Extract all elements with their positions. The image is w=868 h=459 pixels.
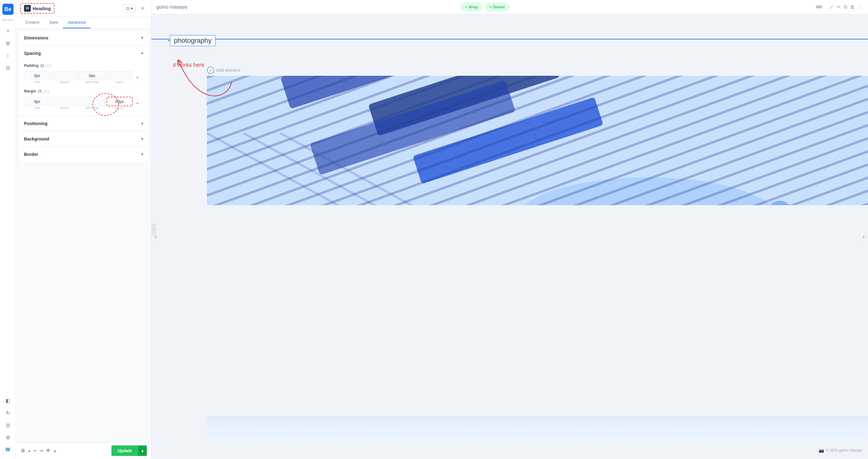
margin-right-input[interactable] xyxy=(52,97,78,106)
padding-icon-3[interactable]: □ xyxy=(49,63,51,68)
margin-right-wrap: RIGHT xyxy=(52,97,78,110)
background-header[interactable]: Background ▾ xyxy=(19,132,148,146)
edit-icon[interactable]: ✏ xyxy=(837,4,841,10)
tab-advanced[interactable]: Advanced xyxy=(63,17,91,28)
dimensions-label: Dimensions xyxy=(24,35,48,40)
padding-label: Padding ⊟ □ □ xyxy=(24,63,143,68)
element-badge[interactable]: H Heading xyxy=(20,3,55,13)
spacing-chevron: ▾ xyxy=(141,51,143,55)
border-section: Border ▾ xyxy=(19,148,148,161)
margin-icon-1[interactable]: ⊟ xyxy=(38,89,41,94)
margin-icon-2[interactable]: □ xyxy=(42,89,45,94)
tab-style[interactable]: Style xyxy=(44,17,63,28)
svg-rect-2 xyxy=(207,76,868,205)
padding-right-label: RIGHT xyxy=(60,81,69,84)
h-icon: H xyxy=(24,5,31,12)
padding-left-input[interactable] xyxy=(106,71,133,80)
padding-icon-2[interactable]: □ xyxy=(45,63,48,68)
sidebar-refresh-icon[interactable]: ↻ xyxy=(2,407,13,418)
sidebar-sliders-icon[interactable]: ⊟ xyxy=(2,420,13,431)
padding-bottom-input[interactable] xyxy=(79,71,105,80)
device-up-icon[interactable]: ▲ xyxy=(28,449,31,453)
margin-top-input[interactable] xyxy=(24,97,50,106)
it-works-annotation: it works here xyxy=(173,62,205,68)
wrap-plus-icon: + xyxy=(465,5,467,9)
sidebar-layout-icon[interactable]: ⊞ xyxy=(2,37,13,49)
padding-top-wrap: TOP xyxy=(24,71,50,84)
sidebar-preview-icon[interactable]: ⊟ xyxy=(2,62,13,73)
margin-bottom-wrap: BOTTOM xyxy=(79,97,105,110)
desktop-icon[interactable]: 🖥 xyxy=(20,448,25,454)
margin-icon-3[interactable]: □ xyxy=(46,89,49,94)
dimensions-header[interactable]: Dimensions ▾ xyxy=(19,31,148,45)
update-arrow-button[interactable]: ▲ xyxy=(138,446,147,456)
padding-top-input[interactable] xyxy=(24,71,50,80)
sidebar-layers-icon[interactable]: ◧ xyxy=(2,395,13,406)
positioning-header[interactable]: Positioning ▾ xyxy=(19,117,148,130)
sidebar-settings-icon[interactable]: ⚙ xyxy=(2,432,13,443)
divider-button[interactable]: + Divider xyxy=(485,2,509,11)
margin-left-input[interactable] xyxy=(106,97,133,106)
update-button-group: Update ▲ xyxy=(112,446,147,456)
bottom-gradient xyxy=(207,416,868,440)
selection-line-top xyxy=(151,39,868,39)
photography-heading-area: photography xyxy=(170,35,215,46)
margin-inputs: TOP RIGHT BOTTOM LEFT ⚭ xyxy=(24,97,143,110)
nav-arrow-right[interactable]: › xyxy=(863,232,865,241)
sidebar-arrows-icon[interactable]: ↕ xyxy=(2,50,13,61)
duplicate-button[interactable]: ⊡ ▾ xyxy=(123,5,136,12)
photography-label[interactable]: photography xyxy=(170,35,215,46)
redo-button[interactable]: ↪ xyxy=(40,448,43,453)
positioning-section: Positioning ▾ xyxy=(19,117,148,130)
copy-icon[interactable]: ⧉ xyxy=(844,4,847,10)
spacing-section: Spacing ▾ Padding ⊟ □ □ TOP xyxy=(19,47,148,115)
move-icon[interactable]: ⤢ xyxy=(830,4,834,10)
padding-icon-1[interactable]: ⊟ xyxy=(40,63,44,68)
border-label: Border xyxy=(24,152,38,157)
svg-line-10 xyxy=(244,133,537,205)
border-header[interactable]: Border ▾ xyxy=(19,148,148,161)
wrap-label: Wrap xyxy=(468,5,478,9)
add-element-button[interactable]: + Add element xyxy=(207,66,240,74)
background-chevron: ▾ xyxy=(141,137,143,141)
app-logo[interactable]: Be xyxy=(2,4,13,15)
canvas-right-actions xyxy=(816,6,822,8)
panel-header: H Heading ⊡ ▾ × xyxy=(16,0,151,17)
update-main-button[interactable]: Update xyxy=(112,446,138,456)
preview-arrow[interactable]: ▲ xyxy=(53,449,57,453)
canvas-controls: + Wrap + Divider xyxy=(461,2,509,11)
preview-button[interactable]: 👁 xyxy=(46,448,51,454)
sidebar-wordpress-icon[interactable]: W xyxy=(2,444,13,455)
delete-icon[interactable]: 🗑 xyxy=(850,4,855,10)
toolbar-actions: ⤢ ✏ ⧉ 🗑 ⋮ xyxy=(830,4,863,10)
svg-point-13 xyxy=(767,201,793,205)
padding-link-btn[interactable]: ⚭ xyxy=(134,74,141,81)
more-icon[interactable]: ⋮ xyxy=(858,4,863,10)
background-label: Background xyxy=(24,137,49,141)
app-version: v26.4.0.8 xyxy=(2,19,13,22)
collapse-handle[interactable]: ‹ xyxy=(151,223,156,236)
duplicate-arrow: ▾ xyxy=(131,6,133,11)
margin-link-btn[interactable]: ⚭ xyxy=(134,100,141,107)
sidebar-add-icon[interactable]: ＋ xyxy=(2,25,13,36)
dimensions-chevron: ▾ xyxy=(141,36,143,40)
padding-icons: ⊟ □ □ xyxy=(40,63,51,68)
add-element-plus-icon: + xyxy=(207,66,214,74)
hamburger-menu[interactable] xyxy=(816,6,822,8)
margin-top-wrap: TOP xyxy=(24,97,50,110)
padding-left-label: LEFT xyxy=(116,81,123,84)
spacing-header[interactable]: Spacing ▾ xyxy=(19,47,148,60)
close-button[interactable]: × xyxy=(138,4,147,12)
padding-right-input[interactable] xyxy=(52,71,78,80)
margin-bottom-input[interactable] xyxy=(79,97,105,106)
spacing-label: Spacing xyxy=(24,51,41,56)
wrap-button[interactable]: + Wrap xyxy=(461,2,482,11)
undo-button[interactable]: ↩ xyxy=(34,448,37,453)
divider-plus-icon: + xyxy=(489,5,492,9)
panel-tabs: Content Style Advanced xyxy=(16,17,151,29)
canvas-topbar: goino masaya + Wrap + Divider ⤢ ✏ ⧉ 🗑 ⋮ xyxy=(151,0,868,14)
canvas: photography it works here + Add element xyxy=(151,14,868,459)
canvas-footer: 📷 © 2022 goino masaya xyxy=(819,448,862,453)
tab-content[interactable]: Content xyxy=(20,17,44,28)
element-badge-label: Heading xyxy=(33,6,51,11)
